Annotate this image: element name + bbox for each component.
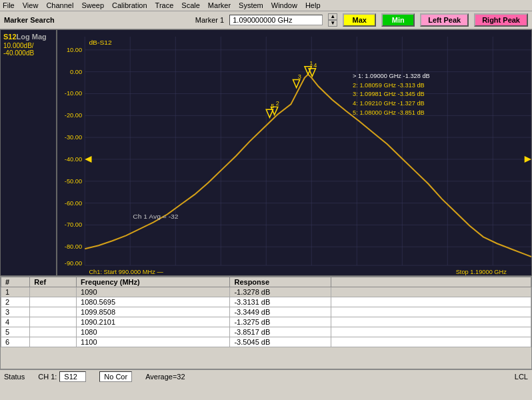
cell-freq: 1099.8508 — [77, 307, 230, 317]
menu-scale[interactable]: Scale — [181, 1, 200, 9]
cell-extra — [331, 307, 531, 317]
ref-level: -40.000dB — [3, 49, 53, 57]
svg-text:2:  1.08059 GHz   -3.313 dB: 2: 1.08059 GHz -3.313 dB — [353, 82, 425, 89]
table-row: 6 1100 -3.5045 dB — [1, 337, 531, 347]
toolbar: Marker Search Marker 1 ▲ ▼ Max Min Left … — [0, 11, 532, 29]
btn-min[interactable]: Min — [381, 13, 415, 27]
svg-text:-30.00: -30.00 — [65, 134, 82, 141]
svg-text:-50.00: -50.00 — [65, 178, 82, 185]
menu-view[interactable]: View — [23, 1, 39, 9]
svg-text:dB-S12: dB-S12 — [89, 39, 112, 46]
table-row: 5 1080 -3.8517 dB — [1, 327, 531, 337]
svg-text:-40.00: -40.00 — [65, 156, 82, 163]
svg-text:3:  1.09981 GHz   -3.345 dB: 3: 1.09981 GHz -3.345 dB — [353, 91, 425, 98]
cell-response: -1.3275 dB — [230, 317, 331, 327]
svg-text:1: 1 — [309, 60, 313, 67]
spin-up[interactable]: ▲ — [328, 13, 337, 20]
ch-label: CH 1: — [38, 373, 57, 381]
table-row: 2 1080.5695 -3.3131 dB — [1, 297, 531, 307]
cell-num: 4 — [1, 317, 30, 327]
marker-freq-input[interactable] — [229, 15, 323, 25]
menu-trace[interactable]: Trace — [155, 1, 174, 9]
cell-num: 3 — [1, 307, 30, 317]
ch-segment: CH 1: S12 — [38, 371, 86, 382]
menu-help[interactable]: Help — [305, 1, 321, 9]
svg-text:4:  1.09210 GHz   -1.327 dB: 4: 1.09210 GHz -1.327 dB — [353, 101, 425, 107]
cell-freq: 1080 — [77, 327, 230, 337]
cell-ref — [30, 287, 77, 297]
col-ref: Ref — [30, 277, 77, 287]
svg-rect-0 — [57, 30, 531, 275]
svg-text:4: 4 — [313, 62, 317, 69]
average-value: Average=32 — [145, 373, 185, 381]
svg-text:-80.00: -80.00 — [65, 243, 82, 250]
cell-response: -3.8517 dB — [230, 327, 331, 337]
svg-text:Ch1: Start  990.000 MHz  —: Ch1: Start 990.000 MHz — — [89, 269, 163, 275]
status-label: Status — [4, 373, 25, 381]
btn-max[interactable]: Max — [343, 13, 376, 27]
left-panel: S12Log Mag 10.000dB/ -40.000dB — [0, 29, 57, 276]
menu-marker[interactable]: Marker — [208, 1, 231, 9]
marker-table: # Ref Frequency (MHz) Response 1 1090 -1… — [1, 277, 531, 347]
svg-text:-70.00: -70.00 — [65, 222, 82, 229]
svg-text:-20.00: -20.00 — [65, 112, 82, 119]
svg-text:-90.00: -90.00 — [65, 260, 82, 267]
cell-num: 2 — [1, 297, 30, 307]
cell-freq: 1090 — [77, 287, 230, 297]
cell-num: 5 — [1, 327, 30, 337]
svg-text:Stop  1.19000 GHz: Stop 1.19000 GHz — [456, 269, 507, 275]
cell-num: 6 — [1, 337, 30, 347]
cor-segment: No Cor — [99, 371, 132, 382]
cell-freq: 1090.2101 — [77, 317, 230, 327]
cell-ref — [30, 317, 77, 327]
cell-ref — [30, 307, 77, 317]
menu-calibration[interactable]: Calibration — [112, 1, 147, 9]
menu-file[interactable]: File — [3, 1, 15, 9]
menu-sweep[interactable]: Sweep — [81, 1, 104, 9]
cell-ref — [30, 327, 77, 337]
btn-right-peak[interactable]: Right Peak — [474, 13, 528, 27]
svg-text:2: 2 — [276, 101, 279, 107]
btn-left-peak[interactable]: Left Peak — [420, 13, 469, 27]
svg-text:5: 5 — [271, 103, 274, 110]
cell-freq: 1100 — [77, 337, 230, 347]
svg-text:5:  1.08000 GHz   -3.851 dB: 5: 1.08000 GHz -3.851 dB — [353, 109, 425, 116]
cell-num: 1 — [1, 287, 30, 297]
col-num: # — [1, 277, 30, 287]
table-row: 3 1099.8508 -3.3449 dB — [1, 307, 531, 317]
main-area: S12Log Mag 10.000dB/ -40.000dB — [0, 29, 532, 276]
ch-value: S12 — [59, 371, 86, 382]
cell-response: -3.3131 dB — [230, 297, 331, 307]
menu-window[interactable]: Window — [271, 1, 297, 9]
menu-bar: File View Channel Sweep Calibration Trac… — [0, 0, 532, 11]
svg-text:3: 3 — [298, 73, 301, 80]
spin-down[interactable]: ▼ — [328, 20, 337, 27]
svg-text:-60.00: -60.00 — [65, 200, 82, 207]
svg-text:10.00: 10.00 — [67, 47, 82, 53]
cor-value: No Cor — [99, 371, 132, 382]
table-row: 1 1090 -1.3278 dB — [1, 287, 531, 297]
menu-channel[interactable]: Channel — [46, 1, 73, 9]
cell-extra — [331, 297, 531, 307]
cell-extra — [331, 287, 531, 297]
status-bar: Status CH 1: S12 No Cor Average=32 LCL — [0, 369, 532, 383]
marker-freq-spinner[interactable]: ▲ ▼ — [328, 13, 337, 27]
col-response: Response — [230, 277, 331, 287]
cell-response: -1.3278 dB — [230, 287, 331, 297]
chart-svg: 10.00 0.00 -10.00 -20.00 -30.00 -40.00 -… — [57, 30, 531, 275]
svg-text:Ch 1 Avg = -32: Ch 1 Avg = -32 — [133, 213, 179, 221]
cell-response: -3.5045 dB — [230, 337, 331, 347]
cell-response: -3.3449 dB — [230, 307, 331, 317]
scale-per-div: 10.000dB/ — [3, 42, 53, 49]
svg-text:-10.00: -10.00 — [65, 91, 82, 97]
avg-segment: Average=32 — [145, 373, 185, 381]
cell-ref — [30, 297, 77, 307]
cell-freq: 1080.5695 — [77, 297, 230, 307]
menu-system[interactable]: System — [239, 1, 263, 9]
cell-extra — [331, 337, 531, 347]
chart-area: 10.00 0.00 -10.00 -20.00 -30.00 -40.00 -… — [57, 29, 532, 276]
marker-table-area: # Ref Frequency (MHz) Response 1 1090 -1… — [0, 276, 532, 369]
cell-extra — [331, 327, 531, 337]
svg-text:> 1:  1.09000 GHz   -1.328 dB: > 1: 1.09000 GHz -1.328 dB — [353, 73, 430, 79]
cell-extra — [331, 317, 531, 327]
